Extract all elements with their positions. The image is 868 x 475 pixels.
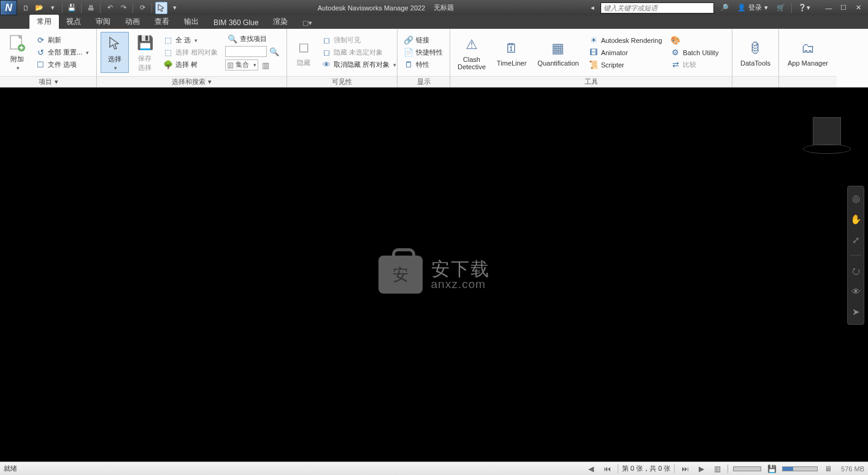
sheet-prev-icon[interactable]: ◀ [586, 464, 597, 474]
datatools-icon: 🛢 [745, 39, 765, 58]
tab-view[interactable]: 查看 [147, 15, 177, 29]
tab-review[interactable]: 审阅 [88, 15, 118, 29]
sheet-last-icon[interactable]: ⏭ [680, 464, 691, 474]
panel-display: 🔗链接 📄快捷特性 🗒特性 显示 [398, 29, 450, 87]
find-items-button[interactable]: 🔍查找项目 [225, 34, 280, 45]
view-cube[interactable] [803, 117, 851, 165]
properties-icon: 🗒 [404, 60, 413, 70]
ribbon-minimize-icon[interactable]: ▢▾ [302, 19, 312, 27]
reset-all-button[interactable]: ↺全部 重置... [33, 47, 91, 58]
clash-detective-button[interactable]: ⚠ Clash Detective [454, 34, 490, 72]
search-input[interactable] [601, 2, 714, 13]
rendering-button[interactable]: ☀Autodesk Rendering [586, 35, 665, 46]
panel-appmanager: 🗂 App Manager [779, 29, 837, 87]
hide-button[interactable]: ◻ 隐藏 [291, 36, 317, 69]
orbit-icon[interactable]: ⭮ [850, 264, 862, 276]
pointer-icon[interactable]: ➤ [850, 306, 862, 318]
app-icon[interactable]: N [0, 0, 17, 15]
select-button[interactable]: 选择 [101, 32, 129, 73]
compare-button[interactable]: ⇄比较 [668, 59, 721, 70]
qat-dropdown-icon[interactable]: ▾ [169, 2, 181, 14]
appearance-profiler-button[interactable]: 🎨 [668, 35, 721, 46]
redo-icon[interactable]: ↷ [117, 2, 129, 14]
infocenter-search-icon[interactable]: 🔎 [718, 4, 731, 12]
minimize-button[interactable]: — [821, 2, 836, 13]
zoom-icon[interactable]: ⤢ [850, 234, 862, 246]
viewport[interactable]: 安下载 anxz.com ◎ ✋ ⤢ ⭮ 👁 ➤ [0, 88, 868, 462]
scripter-button[interactable]: 📜Scripter [586, 59, 665, 70]
select-same-button[interactable]: ⬚选择 相同对象 [161, 47, 220, 58]
steering-wheel-icon[interactable]: ◎ [850, 192, 862, 205]
force-visible-icon: ◻ [321, 36, 331, 45]
sheet-first-icon[interactable]: ⏮ [602, 464, 613, 474]
sheet-next-icon[interactable]: ▶ [696, 464, 707, 474]
sets-dropdown[interactable]: 集合 [225, 59, 258, 70]
links-button[interactable]: 🔗链接 [401, 35, 445, 46]
login-button[interactable]: 👤 登录 ▾ [735, 3, 770, 12]
user-icon: 👤 [737, 4, 746, 12]
help-icon[interactable]: ❔▾ [796, 4, 813, 12]
hide-unselected-button[interactable]: ◻隐藏 未选定对象 [319, 47, 399, 58]
open-dropdown-icon[interactable]: ▾ [47, 2, 59, 14]
open-file-icon[interactable]: 📂 [33, 2, 45, 14]
force-visible-button[interactable]: ◻强制可见 [319, 35, 399, 46]
pan-icon[interactable]: ✋ [850, 213, 862, 226]
file-options-button[interactable]: ☐文件 选项 [33, 59, 91, 70]
refresh-small-icon: ⟳ [36, 36, 45, 45]
batch-utility-button[interactable]: ⚙Batch Utility [668, 47, 721, 58]
memory-label: 576 MB [839, 465, 864, 473]
tab-output[interactable]: 输出 [177, 15, 206, 29]
progress-bar-2 [782, 466, 818, 471]
sets-manage-icon[interactable]: ▥ [259, 59, 272, 72]
select-label: 选择 [108, 55, 121, 64]
quick-props-button[interactable]: 📄快捷特性 [401, 47, 445, 58]
infocenter-left-icon[interactable]: ◂ [588, 4, 597, 12]
new-file-icon[interactable]: 🗋 [20, 2, 32, 14]
ribbon: 附加 ⟳刷新 ↺全部 重置... ☐文件 选项 项目▾ 选择 💾 保存 选择 [0, 29, 868, 88]
animator-button[interactable]: 🎞Animator [586, 47, 665, 58]
print-icon[interactable]: 🖶 [85, 2, 97, 14]
tab-render[interactable]: 渲染 [266, 15, 295, 29]
properties-button[interactable]: 🗒特性 [401, 59, 445, 70]
window-title: Autodesk Navisworks Manage 2022 无标题 [183, 3, 588, 12]
append-button[interactable]: 附加 [4, 32, 31, 72]
select-tool-icon[interactable] [155, 2, 167, 14]
appmanager-button[interactable]: 🗂 App Manager [784, 37, 832, 68]
tree-icon: 🌳 [163, 60, 173, 70]
close-button[interactable]: ✕ [851, 2, 866, 13]
sheet-browser-icon[interactable]: ▥ [712, 464, 723, 474]
datatools-button[interactable]: 🛢 DataTools [737, 37, 774, 68]
selection-tree-button[interactable]: 🌳选择 树 [161, 59, 220, 70]
save-icon[interactable]: 💾 [66, 2, 78, 14]
nav-separator [850, 255, 861, 256]
undo-icon[interactable]: ↶ [104, 2, 116, 14]
tab-home[interactable]: 常用 [29, 15, 59, 29]
watermark-icon [378, 256, 423, 294]
watermark-line1: 安下载 [431, 260, 490, 278]
panel-visibility-title: 可见性 [332, 77, 352, 86]
appmanager-icon: 🗂 [798, 39, 818, 58]
timeliner-button[interactable]: 🗓 TimeLiner [493, 37, 531, 68]
unhide-all-button[interactable]: 👁取消隐藏 所有对象 [319, 59, 399, 70]
navigation-bar: ◎ ✋ ⤢ ⭮ 👁 ➤ [847, 186, 864, 325]
quantification-button[interactable]: ▦ Quantification [534, 37, 582, 68]
refresh-button[interactable]: ⟳刷新 [33, 35, 91, 46]
disk-icon[interactable]: 💾 [766, 464, 777, 474]
quick-props-icon: 📄 [404, 48, 413, 58]
watermark: 安下载 anxz.com [378, 256, 490, 294]
unhide-icon: 👁 [321, 60, 331, 70]
exchange-apps-icon[interactable]: 🛒 [774, 4, 788, 12]
appmanager-label: App Manager [788, 59, 828, 67]
select-all-button[interactable]: ⬚全 选 [161, 35, 220, 46]
tab-bim360[interactable]: BIM 360 Glue [206, 17, 266, 29]
tab-animation[interactable]: 动画 [118, 15, 147, 29]
tab-viewpoint[interactable]: 视点 [59, 15, 88, 29]
refresh-icon[interactable]: ⟳ [136, 2, 148, 14]
batch-icon: ⚙ [670, 48, 680, 58]
quick-find-input[interactable] [225, 46, 267, 57]
quick-find-go-icon[interactable]: 🔍 [268, 46, 280, 58]
save-selection-button[interactable]: 💾 保存 选择 [131, 32, 158, 74]
append-icon [7, 34, 27, 53]
look-icon[interactable]: 👁 [850, 285, 862, 297]
maximize-button[interactable]: ☐ [836, 2, 851, 13]
